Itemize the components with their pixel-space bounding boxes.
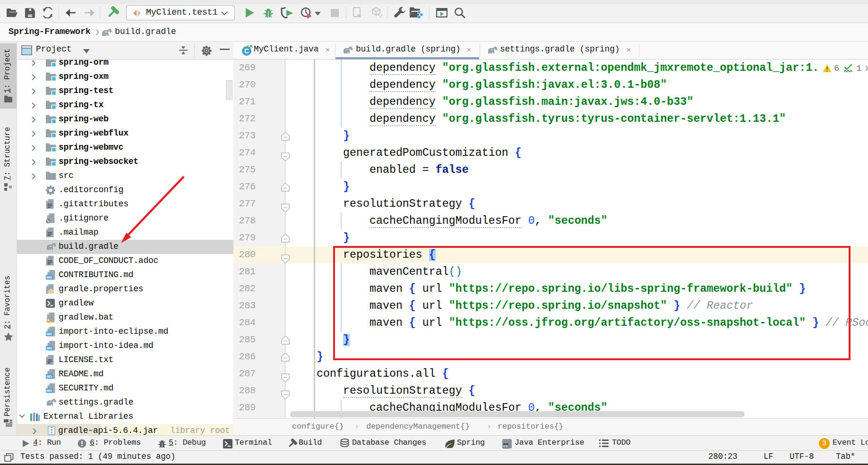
svg-text:C: C [244, 47, 249, 55]
svg-text:EE: EE [503, 444, 508, 448]
